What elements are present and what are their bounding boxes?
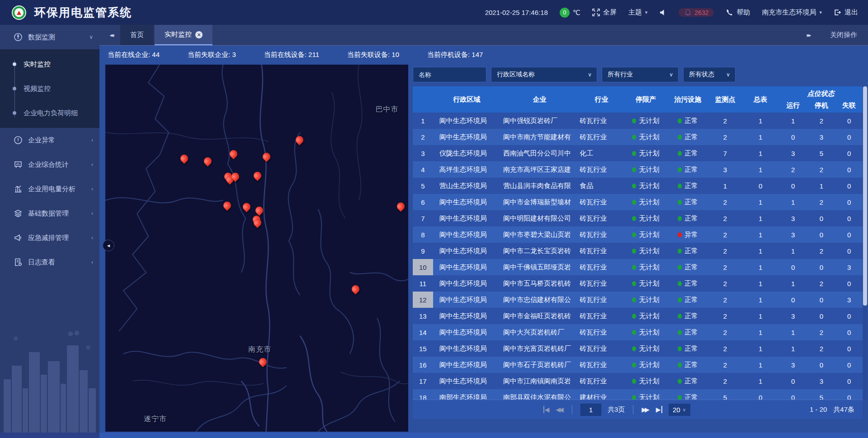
logout-button[interactable]: 退出 xyxy=(834,8,858,17)
row-total: 1 xyxy=(742,357,779,373)
last-page-button[interactable]: ▶ xyxy=(656,406,662,413)
row-index: 13 xyxy=(413,308,433,324)
table-row[interactable]: 12 阆中生态环境局 阆中市忠信建材有限公 砖瓦行业 无计划 正常 2 1 0 … xyxy=(413,292,863,308)
row-index: 3 xyxy=(413,145,433,161)
row-monitor: 2 xyxy=(708,373,742,389)
status-dot xyxy=(632,330,636,335)
status-dot xyxy=(632,200,636,205)
row-monitor: 2 xyxy=(708,324,742,340)
table-row[interactable]: 17 阆中生态环境局 阆中市江南镇阆南页岩 砖瓦行业 无计划 正常 2 1 0 … xyxy=(413,373,863,389)
sound-button[interactable] xyxy=(659,9,667,16)
sidebar-watermark-skyline xyxy=(0,320,99,433)
status-dot xyxy=(678,346,682,351)
row-facility: 正常 xyxy=(667,308,708,324)
theme-dropdown[interactable]: 主题▾ xyxy=(628,8,648,17)
next-page-button[interactable]: ▶▶ xyxy=(642,406,650,413)
prev-page-button[interactable]: ◀◀ xyxy=(556,406,564,413)
notification-badge[interactable]: 2632 xyxy=(679,8,714,17)
row-run: 0 xyxy=(779,178,807,194)
row-index: 14 xyxy=(413,324,433,340)
table-row[interactable]: 16 阆中生态环境局 阆中市石子页岩机砖厂 砖瓦行业 无计划 正常 2 1 3 … xyxy=(413,357,863,373)
pagination-divider xyxy=(633,405,633,414)
row-monitor: 2 xyxy=(708,357,742,373)
chevron-left-icon: ‹ xyxy=(91,235,93,241)
fullscreen-button[interactable]: 全屏 xyxy=(592,8,617,17)
status-dot xyxy=(632,118,636,123)
row-lost: 3 xyxy=(835,292,863,308)
row-index: 9 xyxy=(413,243,433,259)
row-stop: 2 xyxy=(807,340,836,357)
sidebar-item-video-monitoring[interactable]: 视频监控 xyxy=(0,76,99,101)
table-row[interactable]: 3 仪陇生态环境局 西南油气田分公司川中 化工 无计划 正常 7 1 3 5 0 xyxy=(413,145,863,161)
row-company: 阆中大兴页岩机砖厂 xyxy=(500,324,579,340)
sidebar-item-data-monitoring[interactable]: 数据监测 ∨ xyxy=(0,25,99,49)
row-run: 1 xyxy=(779,324,807,340)
org-dropdown[interactable]: 南充市生态环境局▾ xyxy=(762,8,822,17)
row-industry: 砖瓦行业 xyxy=(579,324,624,340)
row-facility: 正常 xyxy=(667,373,708,389)
table-row[interactable]: 13 阆中生态环境局 阆中市金福旺页岩机砖 砖瓦行业 无计划 正常 2 1 3 … xyxy=(413,308,863,324)
row-facility: 正常 xyxy=(667,292,708,308)
row-lost: 0 xyxy=(835,308,863,324)
row-facility: 正常 xyxy=(667,340,708,357)
total-count-label: 共47条 xyxy=(833,405,854,414)
table-row[interactable]: 5 营山生态环境局 营山县润丰肉食品有限 食品 无计划 正常 1 0 0 1 0 xyxy=(413,178,863,194)
table-row[interactable]: 1 阆中生态环境局 阆中强锐页岩砖厂 砖瓦行业 无计划 正常 2 1 1 2 0 xyxy=(413,113,863,129)
region-filter-select[interactable]: 行政区域名称 xyxy=(491,67,597,82)
sidebar-item-emergency-reduction[interactable]: 应急减排管理 ‹ xyxy=(0,226,99,250)
tab-close-icon[interactable]: ✕ xyxy=(195,31,203,38)
row-run: 1 xyxy=(779,113,807,129)
map-collapse-toggle[interactable]: ◂ xyxy=(103,240,114,251)
bar-chart-icon xyxy=(14,184,23,193)
status-dot xyxy=(632,395,636,400)
row-lost: 0 xyxy=(835,178,863,194)
sidebar-item-realtime-monitoring[interactable]: 实时监控 xyxy=(0,52,99,76)
scrollbar-thumb[interactable] xyxy=(863,86,867,306)
table-row[interactable]: 14 阆中生态环境局 阆中大兴页岩机砖厂 砖瓦行业 无计划 正常 2 1 1 2… xyxy=(413,324,863,340)
tab-home[interactable]: 首页 xyxy=(120,25,154,45)
table-row[interactable]: 4 高坪生态环境局 南充市高坪区王家店建 砖瓦行业 无计划 正常 3 1 2 2… xyxy=(413,161,863,178)
sidebar-item-power-load-detail[interactable]: 企业电力负荷明细 xyxy=(0,101,99,125)
sidebar-item-log-view[interactable]: 日志查看 ‹ xyxy=(0,250,99,274)
industry-filter-select[interactable]: 所有行业 xyxy=(602,67,679,82)
table-row[interactable]: 8 阆中生态环境局 阆中市枣碧大梁山页岩 砖瓦行业 无计划 异常 2 1 3 0… xyxy=(413,226,863,243)
row-stop: 5 xyxy=(807,145,836,161)
row-lost: 0 xyxy=(835,340,863,357)
close-operations-button[interactable]: 关闭操作 xyxy=(830,31,857,39)
row-industry: 砖瓦行业 xyxy=(579,292,624,308)
sidebar-item-basic-data[interactable]: 基础数据管理 ‹ xyxy=(0,201,99,226)
sidebar-item-electricity-analysis[interactable]: 企业用电量分析 ‹ xyxy=(0,177,99,201)
tabs-scroll-right-button[interactable]: ▸▸ xyxy=(799,32,817,38)
table-row[interactable]: 6 阆中生态环境局 阆中市金博瑞新型墙材 砖瓦行业 无计划 正常 2 1 1 2… xyxy=(413,194,863,210)
bottom-scrollbar[interactable] xyxy=(99,433,868,438)
table-row[interactable]: 7 阆中生态环境局 阆中明阳建材有限公司 砖瓦行业 无计划 正常 2 1 3 0… xyxy=(413,210,863,226)
row-stop-limit: 无计划 xyxy=(624,324,668,340)
tabs-scroll-left-button[interactable]: ◂◂ xyxy=(102,25,120,45)
first-page-button[interactable]: ◀ xyxy=(543,406,550,413)
table-row[interactable]: 10 阆中生态环境局 阆中千佛镇五郎垭页岩 砖瓦行业 无计划 正常 2 1 0 … xyxy=(413,259,863,275)
status-dot xyxy=(632,314,636,319)
table-scrollbar[interactable] xyxy=(863,86,867,400)
row-stop-limit: 无计划 xyxy=(624,259,668,275)
row-region: 阆中生态环境局 xyxy=(433,373,500,389)
row-total: 1 xyxy=(742,275,779,292)
name-filter-input[interactable] xyxy=(413,67,486,82)
row-industry: 砖瓦行业 xyxy=(579,129,624,145)
status-offline-enterprises: 当前失联企业: 3 xyxy=(188,51,236,59)
status-filter-select[interactable]: 所有状态 xyxy=(683,67,736,82)
map-panel[interactable]: ◂ 巴中市南充市遂宁市 xyxy=(105,65,408,432)
table-row[interactable]: 15 阆中生态环境局 阆中市光富页岩机砖厂 砖瓦行业 无计划 正常 2 1 1 … xyxy=(413,340,863,357)
table-row[interactable]: 9 阆中生态环境局 阆中市二龙长宝页岩砖 砖瓦行业 无计划 正常 2 1 1 2… xyxy=(413,243,863,259)
page-number-input[interactable]: 1 xyxy=(580,404,601,416)
page-size-select[interactable]: 20∨ xyxy=(669,404,690,416)
row-stop: 2 xyxy=(807,275,836,292)
table-row[interactable]: 2 阆中生态环境局 阆中市南方节能建材有 砖瓦行业 无计划 正常 2 1 0 3… xyxy=(413,129,863,145)
table-row[interactable]: 11 阆中生态环境局 阆中市五马桥页岩机砖 砖瓦行业 无计划 正常 2 1 1 … xyxy=(413,275,863,292)
sidebar-item-enterprise-abnormal[interactable]: 企业异常 ‹ xyxy=(0,128,99,152)
row-stop: 3 xyxy=(807,373,836,389)
row-monitor: 2 xyxy=(708,226,742,243)
help-button[interactable]: 帮助 xyxy=(726,8,750,17)
sidebar-item-enterprise-statistics[interactable]: 企业综合统计 ‹ xyxy=(0,152,99,177)
tab-realtime-monitoring[interactable]: 实时监控 ✕ xyxy=(155,25,212,45)
row-facility: 正常 xyxy=(667,194,708,210)
